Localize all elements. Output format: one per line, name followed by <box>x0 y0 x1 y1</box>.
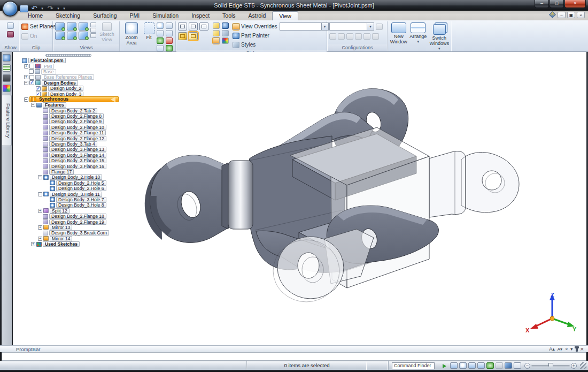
feature-library-tab[interactable]: Feature Library <box>2 95 12 146</box>
tree-item-label[interactable]: Design Body_3.Flange 15 <box>49 158 106 163</box>
tree-item-label[interactable]: Design Body_2.Flange 10 <box>49 125 106 130</box>
tab-view[interactable]: View <box>272 11 298 20</box>
save-icon[interactable] <box>20 5 28 12</box>
named-view-icon[interactable] <box>166 30 173 36</box>
tree-item[interactable]: Design Body_2.Flange 11 <box>16 130 121 135</box>
tree-item-label[interactable]: Design Body_3.Hole 8 <box>56 202 106 208</box>
expand-icon[interactable]: + <box>24 64 28 69</box>
redo-dropdown-icon[interactable]: ▾ <box>56 5 60 12</box>
collapse-icon[interactable] <box>565 346 568 352</box>
tree-item[interactable]: +Split 12 <box>16 208 121 214</box>
align-face-icon[interactable] <box>166 37 173 44</box>
tree-item-label[interactable]: Design Body_3.Tab 4 <box>49 141 97 147</box>
select-return-icon[interactable] <box>441 362 448 369</box>
view-top-icon[interactable] <box>55 22 65 31</box>
prompt-input[interactable] <box>2 352 586 361</box>
tree-item[interactable]: Design Body_3.Tab 4 <box>16 141 121 147</box>
tree-item[interactable]: +Base Reference Planes <box>16 74 121 80</box>
tree-item-label[interactable]: Synchronous <box>37 97 70 102</box>
visible-hidden-edges-icon[interactable] <box>178 22 187 31</box>
configuration-select-dropdown-icon[interactable]: ▾ <box>367 23 374 30</box>
tree-item-label[interactable]: Design Body_2.Flange 18 <box>49 214 106 219</box>
tree-item-label[interactable]: Flange 17 <box>49 169 74 174</box>
tree-item[interactable]: Design Body_2.Hole 6 <box>16 186 121 191</box>
expand-icon[interactable]: + <box>38 237 42 241</box>
tree-item-label[interactable]: Design Body_2.Hole 10 <box>50 174 102 180</box>
tree-item-label[interactable]: Used Sketches <box>43 241 80 247</box>
tree-item-label[interactable]: Design Body_2.Flange 9 <box>49 119 104 124</box>
view-overrides-button[interactable]: View Overrides <box>233 22 277 31</box>
undo-icon[interactable]: ↶ <box>30 5 38 12</box>
collapse-icon[interactable]: − <box>24 81 28 85</box>
color-manager-icon[interactable] <box>222 37 229 44</box>
tree-item-label[interactable]: Base Reference Planes <box>42 74 94 80</box>
help-icon[interactable] <box>548 12 556 18</box>
clip-on-button[interactable]: On <box>21 32 37 40</box>
layers-icon[interactable] <box>3 64 11 72</box>
tree-item[interactable]: Design Body_2.Flange 9 <box>16 119 121 124</box>
edgebar-icon[interactable] <box>3 54 11 62</box>
fit-button[interactable]: Fit <box>142 22 156 40</box>
tree-item-label[interactable]: Design Body_3.Flange 14 <box>49 153 106 158</box>
tree-item[interactable]: Design Body_3.Flange 15 <box>16 158 121 163</box>
style-select[interactable]: ▾ <box>280 22 329 31</box>
tree-item-label[interactable]: Design Body_2 <box>48 86 83 91</box>
zoom-icon[interactable] <box>157 22 164 29</box>
shaded-with-edges-icon[interactable] <box>189 32 198 40</box>
doc-close-button[interactable]: × <box>577 12 585 18</box>
title-bar[interactable]: Solid Edge ST5 - Synchronous Sheet Metal… <box>0 0 588 11</box>
tree-item[interactable]: Design Body_2.Flange 18 <box>16 214 121 219</box>
config-6-icon[interactable] <box>372 33 379 40</box>
checkbox-checked[interactable]: ✓ <box>36 86 41 91</box>
minimize-button[interactable]: – <box>535 0 549 8</box>
tree-item[interactable]: PivotJoint.psm <box>16 58 121 63</box>
tree-item[interactable]: Design Body_3.Break Corn <box>16 230 121 236</box>
tree-item-label[interactable]: Design Body_2.Tab 2 <box>49 108 97 113</box>
tree-item[interactable]: +Mirror 14 <box>16 236 121 241</box>
expand-icon[interactable]: + <box>31 242 35 246</box>
tree-item-label[interactable]: Design Body_2.Flange 11 <box>49 130 106 135</box>
tree-item-label[interactable]: Design Body_3.Hole 7 <box>56 197 106 202</box>
maximize-button[interactable]: □ <box>550 0 564 8</box>
view-back-icon[interactable] <box>67 32 76 40</box>
zoom-slider-thumb[interactable] <box>548 363 553 369</box>
views-spin-down-icon[interactable] <box>90 33 96 38</box>
tree-item[interactable]: Design Body_2.Hole 5 <box>16 180 121 186</box>
tree-item[interactable]: Design Body_3.Hole 8 <box>16 202 121 208</box>
switch-windows-button[interactable]: Switch Windows ▾ <box>429 22 450 51</box>
close-button[interactable]: × <box>564 0 586 8</box>
tree-item-label[interactable]: Features <box>43 102 66 108</box>
tree-item[interactable]: ✓Design Body_3 <box>16 91 121 96</box>
rotate-icon[interactable] <box>486 362 494 369</box>
tree-item-label[interactable]: Design Body_2.Flange 8 <box>49 113 104 119</box>
styles-button[interactable]: Styles <box>233 41 329 49</box>
customize-quick-access-icon[interactable]: ▾ <box>62 5 66 12</box>
sensors-icon[interactable] <box>3 74 11 82</box>
views-spin-mid-icon[interactable] <box>90 28 96 33</box>
config-3-icon[interactable] <box>346 33 353 40</box>
tree-item[interactable]: Design Body_2.Flange 19 <box>16 219 121 224</box>
set-planes-button[interactable]: Set Planes <box>21 22 56 31</box>
sketch-view-button[interactable]: Sketch View <box>97 22 117 42</box>
shaded-icon[interactable] <box>505 362 512 369</box>
tree-item-label[interactable]: PMI <box>42 64 54 69</box>
checkbox-unchecked[interactable] <box>29 64 34 69</box>
configuration-select[interactable]: ▾ <box>329 22 374 31</box>
tree-item[interactable]: +Used Sketches <box>16 241 121 247</box>
view-wheel-icon[interactable] <box>166 45 173 51</box>
tree-item[interactable]: +PMI <box>16 63 121 69</box>
checkbox-checked[interactable]: ✓ <box>36 92 41 96</box>
show-dropdown-icon[interactable] <box>7 22 14 29</box>
configuration-manager-icon[interactable] <box>376 24 383 30</box>
expand-icon[interactable] <box>570 346 573 352</box>
style-select-dropdown-icon[interactable]: ▾ <box>321 23 328 30</box>
new-window-button[interactable]: New Window <box>390 22 407 44</box>
view-bottom-icon[interactable] <box>79 32 88 40</box>
checkbox-unchecked[interactable] <box>29 75 34 80</box>
face-overrides-icon[interactable] <box>213 22 220 29</box>
application-menu-button[interactable] <box>2 1 18 17</box>
tree-item-label[interactable]: Design Body_2.Hole 6 <box>56 186 106 191</box>
palette-icon[interactable] <box>3 85 11 92</box>
tree-item-label[interactable]: PivotJoint.psm <box>28 58 66 63</box>
tree-item[interactable]: +Mirror 13 <box>16 225 121 230</box>
